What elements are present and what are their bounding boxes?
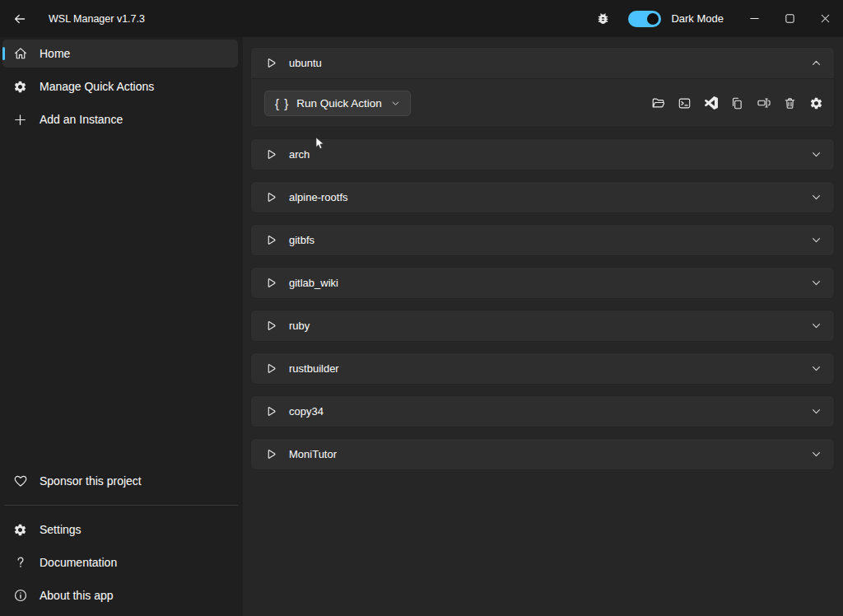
instance-header[interactable]: alpine-rootfs <box>251 182 834 212</box>
selection-indicator <box>2 47 5 60</box>
maximize-button[interactable] <box>772 0 808 37</box>
instance-name: MoniTutor <box>289 448 337 460</box>
play-icon <box>264 234 277 246</box>
instance-header[interactable]: rustbuilder <box>251 353 834 384</box>
sidebar-item-home[interactable]: Home <box>2 40 238 68</box>
sidebar-item-label: Add an Instance <box>40 113 123 126</box>
chevron-down-icon[interactable] <box>811 406 822 417</box>
run-quick-action-button[interactable]: { } Run Quick Action <box>264 91 411 116</box>
play-icon <box>264 448 277 460</box>
info-icon <box>12 588 28 604</box>
code-braces-icon: { } <box>275 96 289 110</box>
home-icon <box>12 46 28 62</box>
chevron-up-icon[interactable] <box>811 58 822 68</box>
open-terminal-button[interactable] <box>674 91 695 114</box>
play-icon <box>264 405 277 418</box>
maximize-icon <box>783 12 797 26</box>
minimize-button[interactable] <box>737 0 772 37</box>
sidebar-item-label: About this app <box>40 589 114 602</box>
chevron-down-icon[interactable] <box>811 149 822 160</box>
folder-open-icon <box>651 96 666 110</box>
window-title: WSL Manager v1.7.3 <box>49 13 145 25</box>
duplicate-instance-button[interactable] <box>727 91 748 114</box>
sidebar-item-label: Documentation <box>40 556 117 569</box>
titlebar: WSL Manager v1.7.3 Dark Mode <box>0 0 843 37</box>
wsl-manager-window: WSL Manager v1.7.3 Dark Mode <box>0 0 843 616</box>
instance-name: arch <box>289 148 310 161</box>
instance-header[interactable]: gitlab_wiki <box>251 268 834 298</box>
play-icon <box>264 320 277 332</box>
heart-icon <box>12 474 28 489</box>
chevron-down-icon[interactable] <box>811 449 822 460</box>
back-button[interactable] <box>7 7 33 31</box>
play-icon <box>264 362 277 375</box>
instance-name: gitlab_wiki <box>289 277 338 289</box>
open-folder-button[interactable] <box>648 91 668 114</box>
sidebar-divider <box>4 505 238 506</box>
gear-icon <box>12 79 28 95</box>
instance-header[interactable]: gitbfs <box>251 225 834 255</box>
dark-mode-toggle[interactable] <box>628 11 661 27</box>
sidebar-item-about[interactable]: About this app <box>2 581 238 609</box>
chevron-down-icon[interactable] <box>811 278 822 288</box>
instance-header[interactable]: ruby <box>251 310 834 341</box>
sidebar-item-add-instance[interactable]: Add an Instance <box>2 105 238 133</box>
play-icon <box>264 57 277 69</box>
sidebar-item-label: Settings <box>40 523 82 536</box>
instance-card-rustbuilder: rustbuilder <box>250 352 835 385</box>
instance-card-arch: arch <box>250 138 835 170</box>
report-bug-button[interactable] <box>589 7 617 31</box>
rename-instance-button[interactable] <box>753 91 774 114</box>
sidebar-item-settings[interactable]: Settings <box>2 516 238 544</box>
terminal-icon <box>678 96 692 110</box>
sidebar-item-manage-quick-actions[interactable]: Manage Quick Actions <box>2 72 238 100</box>
dark-mode-label: Dark Mode <box>671 12 724 25</box>
instance-list: ubuntu { } Run Quick Action <box>243 37 843 616</box>
sidebar: Home Manage Quick Actions Add an Instanc… <box>0 37 243 616</box>
duplicate-icon <box>730 96 744 110</box>
instance-header[interactable]: copy34 <box>251 396 834 427</box>
instance-card-gitbfs: gitbfs <box>250 224 835 256</box>
instance-header[interactable]: ubuntu <box>251 48 834 78</box>
play-icon <box>264 148 277 161</box>
instance-card-gitlab-wiki: gitlab_wiki <box>250 267 835 299</box>
instance-card-ubuntu: ubuntu { } Run Quick Action <box>250 47 835 128</box>
open-vscode-button[interactable] <box>701 91 721 114</box>
chevron-down-icon[interactable] <box>811 192 822 203</box>
play-icon <box>264 191 277 203</box>
back-arrow-icon <box>13 12 26 26</box>
instance-name: ubuntu <box>289 57 322 69</box>
instance-name: ruby <box>289 320 310 332</box>
instance-name: alpine-rootfs <box>289 191 348 203</box>
gear-icon <box>809 96 823 110</box>
close-button[interactable] <box>808 0 843 37</box>
sidebar-item-label: Sponsor this project <box>40 474 142 488</box>
plus-icon <box>12 112 28 128</box>
bug-report-icon <box>596 12 610 26</box>
sidebar-item-label: Manage Quick Actions <box>40 80 154 93</box>
instance-header[interactable]: arch <box>251 139 834 170</box>
gear-icon <box>12 522 28 538</box>
instance-name: copy34 <box>289 405 324 418</box>
question-icon <box>12 555 28 571</box>
instance-actions: { } Run Quick Action <box>251 78 834 127</box>
sidebar-item-sponsor[interactable]: Sponsor this project <box>2 467 238 495</box>
instance-settings-button[interactable] <box>806 91 827 114</box>
instance-card-ruby: ruby <box>250 310 835 342</box>
run-quick-action-label: Run Quick Action <box>296 97 382 110</box>
minimize-icon <box>748 12 761 26</box>
chevron-down-icon[interactable] <box>811 363 822 374</box>
play-icon <box>264 277 277 289</box>
instance-header[interactable]: MoniTutor <box>251 439 834 469</box>
instance-action-icons <box>648 91 827 114</box>
vscode-icon <box>705 96 718 110</box>
instance-card-monitutor: MoniTutor <box>250 438 835 470</box>
delete-instance-button[interactable] <box>780 91 800 114</box>
sidebar-item-documentation[interactable]: Documentation <box>2 548 238 576</box>
chevron-down-icon[interactable] <box>811 320 822 331</box>
sidebar-nav: Home Manage Quick Actions Add an Instanc… <box>0 37 243 138</box>
titlebar-right: Dark Mode <box>589 0 843 37</box>
chevron-down-icon[interactable] <box>811 235 822 245</box>
chevron-down-icon <box>391 99 400 108</box>
rename-icon <box>757 96 771 110</box>
